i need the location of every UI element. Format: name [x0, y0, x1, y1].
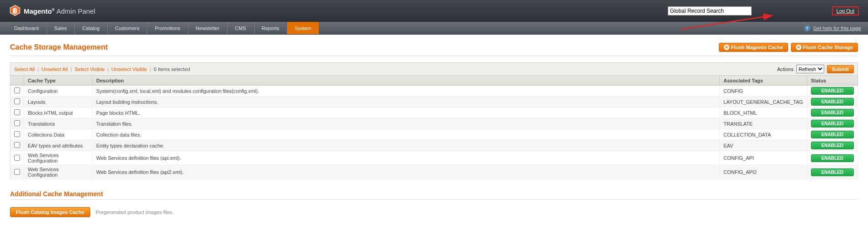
- cell-cache-type: Layouts: [24, 97, 93, 107]
- brand-text: Magento® Admin Panel: [24, 7, 95, 15]
- unselect-all-link[interactable]: Unselect All: [42, 66, 68, 72]
- row-checkbox[interactable]: [14, 131, 20, 137]
- divider: [10, 199, 858, 200]
- cell-cache-type: Blocks HTML output: [24, 107, 93, 118]
- header: Magento® Admin Panel Log Out: [0, 0, 868, 22]
- col-checkbox: [10, 76, 24, 86]
- table-row: Web Services ConfigurationWeb Services d…: [10, 165, 858, 179]
- help-link[interactable]: Get help for this page: [813, 25, 861, 31]
- cell-tags: LAYOUT_GENERAL_CACHE_TAG: [720, 97, 807, 107]
- status-badge: ENABLED: [811, 154, 854, 162]
- status-badge: ENABLED: [811, 98, 854, 106]
- svg-marker-2: [15, 8, 17, 15]
- nav-item-customers[interactable]: Customers: [107, 22, 147, 34]
- cell-tags: CONFIG_API2: [720, 165, 807, 179]
- cell-cache-type: Web Services Configuration: [24, 151, 93, 165]
- table-row: Blocks HTML outputPage blocks HTML.BLOCK…: [10, 107, 858, 118]
- additional-title: Additional Cache Management: [10, 190, 858, 198]
- table-row: TranslationsTranslation files.TRANSLATEE…: [10, 118, 858, 129]
- close-icon: ✕: [796, 45, 801, 50]
- table-row: Collections DataCollection data files.CO…: [10, 129, 858, 140]
- nav-item-cms[interactable]: CMS: [227, 22, 254, 34]
- select-all-link[interactable]: Select All: [14, 66, 35, 72]
- table-row: EAV types and attributesEntity types dec…: [10, 140, 858, 151]
- items-selected-label: 0 items selected: [154, 66, 190, 72]
- unselect-visible-link[interactable]: Unselect Visible: [111, 66, 147, 72]
- actions-label: Actions: [777, 66, 794, 72]
- cell-description: Web Services definition files (api.xml).: [93, 151, 720, 165]
- nav-item-system[interactable]: System: [287, 22, 319, 34]
- cell-cache-type: Translations: [24, 118, 93, 129]
- row-checkbox[interactable]: [14, 142, 20, 148]
- nav-item-dashboard[interactable]: Dashboard: [7, 22, 47, 34]
- flush-catalog-desc: Pregenerated product images files.: [96, 209, 174, 215]
- cell-tags: CONFIG_API: [720, 151, 807, 165]
- magento-logo-icon: [9, 5, 21, 17]
- flush-catalog-images-button[interactable]: Flush Catalog Images Cache: [10, 207, 90, 217]
- table-row: Web Services ConfigurationWeb Services d…: [10, 151, 858, 165]
- massaction-bar: Select All | Unselect All | Select Visib…: [10, 62, 858, 76]
- cell-tags: CONFIG: [720, 86, 807, 97]
- status-badge: ENABLED: [811, 168, 854, 176]
- cell-description: Page blocks HTML.: [93, 107, 720, 118]
- cell-cache-type: EAV types and attributes: [24, 140, 93, 151]
- cache-table: Cache Type Description Associated Tags S…: [10, 76, 858, 179]
- nav-item-promotions[interactable]: Promotions: [147, 22, 188, 34]
- divider: [10, 56, 858, 56]
- close-icon: ✕: [724, 45, 729, 50]
- cell-tags: BLOCK_HTML: [720, 107, 807, 118]
- nav-item-reports[interactable]: Reports: [254, 22, 287, 34]
- cell-tags: EAV: [720, 140, 807, 151]
- cell-description: Layout building instructions.: [93, 97, 720, 107]
- col-description[interactable]: Description: [93, 76, 720, 86]
- flush-cache-storage-button[interactable]: ✕Flush Cache Storage: [791, 43, 858, 52]
- global-search-input[interactable]: [668, 6, 752, 15]
- select-visible-link[interactable]: Select Visible: [74, 66, 104, 72]
- status-badge: ENABLED: [811, 120, 854, 127]
- status-badge: ENABLED: [811, 87, 854, 95]
- main-nav: DashboardSalesCatalogCustomersPromotions…: [0, 22, 868, 35]
- cell-cache-type: Web Services Configuration: [24, 165, 93, 179]
- cell-tags: COLLECTION_DATA: [720, 129, 807, 140]
- row-checkbox[interactable]: [14, 120, 20, 126]
- page-title: Cache Storage Management: [10, 43, 108, 51]
- nav-item-catalog[interactable]: Catalog: [74, 22, 107, 34]
- cell-description: Collection data files.: [93, 129, 720, 140]
- actions-select[interactable]: Refresh: [796, 65, 824, 73]
- row-checkbox[interactable]: [14, 98, 20, 104]
- col-cache-type[interactable]: Cache Type: [24, 76, 93, 86]
- col-tags[interactable]: Associated Tags: [720, 76, 807, 86]
- row-checkbox[interactable]: [14, 155, 20, 161]
- cell-description: Entity types declaration cache.: [93, 140, 720, 151]
- table-row: ConfigurationSystem(config.xml, local.xm…: [10, 86, 858, 97]
- status-badge: ENABLED: [811, 131, 854, 138]
- col-status[interactable]: Status: [807, 76, 858, 86]
- status-badge: ENABLED: [811, 142, 854, 149]
- nav-item-sales[interactable]: Sales: [47, 22, 75, 34]
- row-checkbox[interactable]: [14, 169, 20, 175]
- logout-annotation-box: Log Out: [832, 6, 859, 15]
- svg-marker-1: [13, 8, 15, 15]
- cell-cache-type: Collections Data: [24, 129, 93, 140]
- cell-description: Translation files.: [93, 118, 720, 129]
- logout-link[interactable]: Log Out: [837, 8, 854, 14]
- nav-item-newsletter[interactable]: Newsletter: [188, 22, 227, 34]
- content: Cache Storage Management ✕Flush Magento …: [0, 35, 868, 225]
- cell-description: System(config.xml, local.xml) and module…: [93, 86, 720, 97]
- cell-tags: TRANSLATE: [720, 118, 807, 129]
- logo: Magento® Admin Panel: [9, 5, 95, 17]
- table-row: LayoutsLayout building instructions.LAYO…: [10, 97, 858, 107]
- help-icon: ?: [804, 25, 811, 31]
- row-checkbox[interactable]: [14, 109, 20, 115]
- flush-magento-cache-button[interactable]: ✕Flush Magento Cache: [719, 43, 788, 52]
- cell-cache-type: Configuration: [24, 86, 93, 97]
- status-badge: ENABLED: [811, 109, 854, 117]
- submit-button[interactable]: Submit: [827, 65, 854, 73]
- cell-description: Web Services definition files (api2.xml)…: [93, 165, 720, 179]
- help-link-area: ? Get help for this page: [804, 22, 861, 34]
- row-checkbox[interactable]: [14, 87, 20, 93]
